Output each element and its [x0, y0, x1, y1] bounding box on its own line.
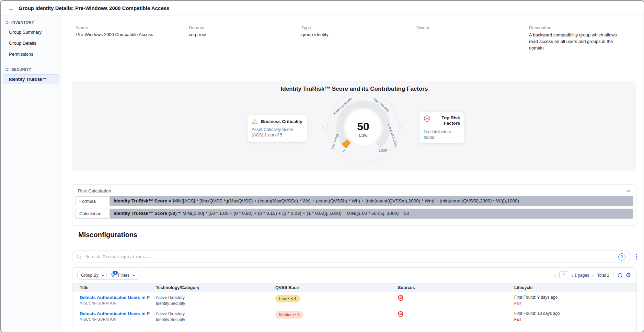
help-icon[interactable]: ? — [618, 253, 625, 261]
risk-calculation-card: Risk Calculation Formula Identity TruRis… — [72, 184, 636, 226]
gear-icon[interactable]: ⚙ — [626, 272, 631, 278]
gauge-tick-max: 1000 — [379, 148, 387, 152]
row-type-label: MISCONFIGURATION — [80, 318, 156, 321]
pagination: ‹ 1 / 1 pages › Total 2 ⚙ — [554, 271, 631, 279]
field-owner: Owner - — [416, 25, 429, 37]
qvss-badge: Low • 3.4 — [275, 295, 300, 302]
field-label: Name — [76, 25, 153, 30]
warning-triangle-icon — [252, 119, 258, 124]
table-header-row: Title Technology/Category QVSS Base Sour… — [72, 283, 636, 292]
sidebar-section-label: INVENTORY — [11, 20, 34, 24]
prev-page-icon[interactable]: ‹ — [554, 273, 556, 278]
main-content: Name Pre-Windows 2000 Compatible Access … — [61, 15, 644, 332]
misconfiguration-link[interactable]: Detects Authenticated Users in P — [80, 311, 150, 316]
sidebar-item-permissions[interactable]: Permissions — [3, 49, 59, 59]
gauge-tick-min: 0 — [343, 148, 345, 152]
column-header-qvss[interactable]: QVSS Base — [275, 285, 398, 290]
table-row: Detects Authenticated Users in P MISCONF… — [72, 292, 636, 308]
field-name: Name Pre-Windows 2000 Compatible Access — [76, 25, 153, 37]
search-icon — [77, 254, 82, 259]
sidebar-item-identity-trurisk[interactable]: Identity TruRisk™ — [3, 74, 59, 84]
row-type-label: MISCONFIGURATION — [80, 301, 156, 305]
field-description: Description A backward compatibility gro… — [529, 25, 624, 52]
calculation-row: Calculation Identity TruRisk™ Score (50)… — [76, 209, 633, 219]
status-badge: Fail — [514, 317, 636, 321]
business-criticality-card: Business Criticality Asset Criticality S… — [248, 115, 307, 142]
top-risk-factors-title: Top Risk Factors — [433, 115, 460, 126]
page-number-input[interactable]: 1 — [559, 271, 569, 279]
search-row: ? — [72, 251, 639, 263]
divider — [613, 272, 613, 278]
field-label: Type — [301, 25, 329, 30]
shield-source-icon — [398, 295, 403, 301]
chevron-down-icon — [101, 274, 105, 276]
app-window: ← Group Identity Details: Pre-Windows 20… — [0, 0, 644, 332]
page-title: Group Identity Details: Pre-Windows 2000… — [19, 5, 169, 11]
risk-calculation-title: Risk Calculation — [78, 188, 111, 193]
field-value: Pre-Windows 2000 Compatible Access — [76, 32, 153, 37]
filters-count-badge: 2 — [113, 271, 118, 275]
formula-label: Formula — [76, 196, 108, 206]
kebab-menu-icon[interactable] — [634, 253, 640, 261]
gauge-score-level: Low — [359, 133, 367, 138]
chevron-up-icon[interactable] — [626, 190, 631, 192]
sidebar-section-security[interactable]: SECURITY — [1, 66, 61, 73]
field-value: - — [416, 32, 429, 37]
sidebar: INVENTORY Group Summary Group Details Pe… — [1, 15, 61, 332]
business-criticality-title: Business Criticality — [261, 119, 302, 124]
gauge-score-value: 50 — [357, 120, 369, 133]
sidebar-section-label: SECURITY — [11, 67, 31, 71]
field-value: corp.root — [189, 32, 206, 37]
top-risk-factors-card: Top Risk Factors No risk factors found. — [419, 112, 464, 143]
total-count: Total 2 — [597, 273, 609, 278]
search-input[interactable] — [85, 254, 615, 259]
sidebar-item-group-summary[interactable]: Group Summary — [3, 27, 59, 37]
qvss-badge: Medium • 5 — [275, 311, 303, 319]
table-row: Detects Authenticated Users in P MISCONF… — [72, 308, 636, 324]
gauge-band-low: Low (0-499) — [331, 134, 339, 150]
field-label: Domain — [189, 25, 206, 30]
shield-source-icon — [398, 311, 403, 317]
next-page-icon[interactable]: › — [592, 273, 594, 278]
column-header-lifecycle[interactable]: Lifecycle — [514, 285, 636, 290]
top-bar: ← Group Identity Details: Pre-Windows 20… — [1, 1, 644, 15]
misconfigurations-table-card: Group By 2 Filters — [72, 267, 637, 332]
group-by-button[interactable]: Group By — [77, 271, 108, 280]
column-header-title[interactable]: Title — [80, 285, 156, 290]
risk-gauge-dial-icon — [424, 115, 430, 122]
technology-cell: Active Directory Identity Security — [156, 295, 275, 308]
chevron-down-icon — [132, 274, 136, 276]
field-domain: Domain corp.root — [189, 25, 206, 37]
top-risk-factors-body: No risk factors found. — [424, 129, 460, 141]
filters-button[interactable]: 2 Filters — [106, 271, 139, 280]
formula-text: Identity TruRisk™ Score =MIN([ACS] * [Ma… — [110, 196, 633, 206]
calculation-text: Identity TruRisk™ Score (50) =MIN([1.00]… — [110, 209, 633, 219]
business-criticality-text: Asset Criticality Score (ACS) 1 out of 5 — [252, 127, 303, 138]
misconfiguration-link[interactable]: Detects Authenticated Users in P — [80, 295, 150, 300]
sidebar-section-inventory[interactable]: INVENTORY — [1, 19, 61, 26]
misconfigurations-title: Misconfigurations — [78, 231, 137, 239]
field-label: Description — [529, 25, 624, 30]
table-toolbar: Group By 2 Filters — [72, 268, 636, 283]
status-badge: Fail — [514, 301, 636, 305]
lifecycle-cell: First Found: 13 days ago Fail — [514, 311, 636, 324]
field-label: Owner — [416, 25, 429, 30]
trurisk-score-panel: Identity TruRisk™ Score and its Contribu… — [72, 81, 636, 171]
field-type: Type group-identity — [301, 25, 329, 37]
lifecycle-cell: First Found: 9 days ago Fail — [514, 295, 636, 308]
field-value: group-identity — [301, 32, 329, 37]
formula-row: Formula Identity TruRisk™ Score =MIN([AC… — [76, 196, 633, 206]
double-chevron-down-icon — [5, 21, 9, 24]
technology-cell: Active Directory Identity Security — [156, 311, 275, 324]
back-arrow-icon[interactable]: ← — [8, 5, 14, 11]
field-value: A backward compatibility group which all… — [529, 32, 624, 52]
refresh-icon[interactable] — [617, 273, 623, 278]
search-box[interactable]: ? — [72, 251, 630, 263]
column-header-technology[interactable]: Technology/Category — [156, 285, 275, 290]
double-chevron-down-icon — [5, 68, 9, 71]
trurisk-gauge: 50 Low Low (0-499) Medium (500-699) High… — [319, 90, 408, 169]
column-header-sources[interactable]: Sources — [398, 285, 514, 290]
pages-count: / 1 pages — [572, 273, 589, 278]
calculation-label: Calculation — [76, 209, 108, 219]
sidebar-item-group-details[interactable]: Group Details — [3, 38, 59, 48]
